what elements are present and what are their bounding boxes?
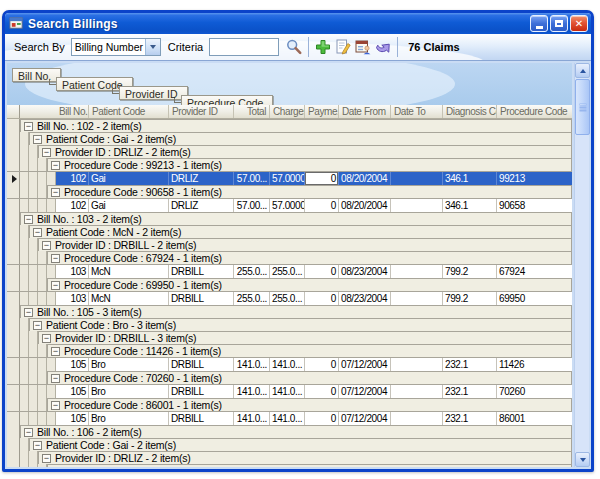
cell-total[interactable]: 57.00... — [234, 172, 270, 185]
group-box-provider-id-drliz-2-item-s[interactable]: −Provider ID : DRLIZ - 2 item(s) — [38, 451, 572, 464]
cell-charges[interactable]: 255.0... — [270, 265, 305, 278]
group-box-procedure-code-70260-1-item-s[interactable]: −Procedure Code : 70260 - 1 item(s) — [47, 371, 572, 384]
cell-date-to[interactable] — [391, 385, 443, 398]
group-box-procedure-code-67924-1-item-s[interactable]: −Procedure Code : 67924 - 1 item(s) — [47, 251, 572, 264]
data-row[interactable]: 102GaiDRLIZ57.00...57.0000008/20/2004346… — [7, 198, 572, 212]
group-row[interactable]: −Bill No. : 103 - 2 item(s) — [7, 212, 572, 225]
cell-payme[interactable]: 0 — [305, 358, 339, 371]
group-field-procedure-code[interactable]: Procedure Code — [181, 95, 273, 105]
group-box-bill-no-103-2-item-s[interactable]: −Bill No. : 103 - 2 item(s) — [20, 212, 572, 225]
collapse-icon[interactable]: − — [51, 254, 60, 263]
cell-bill-no[interactable]: 105 — [56, 412, 89, 425]
close-button[interactable]: ✕ — [570, 15, 588, 32]
cell-date-to[interactable] — [391, 172, 443, 185]
cell-diagnosis-code[interactable]: 799.2 — [443, 292, 497, 305]
column-header-patient-code[interactable]: Patient Code — [89, 105, 169, 118]
group-box-provider-id-drbill-2-item-s[interactable]: −Provider ID : DRBILL - 2 item(s) — [38, 238, 572, 251]
cell-provider-id[interactable]: DRBILL — [169, 265, 234, 278]
cell-diagnosis-code[interactable]: 346.1 — [443, 199, 497, 212]
collapse-icon[interactable]: − — [51, 347, 60, 356]
collapse-icon[interactable]: − — [42, 454, 51, 463]
group-row[interactable]: −Provider ID : DRLIZ - 2 item(s) — [7, 145, 572, 158]
cell-patient-code[interactable]: Gai — [89, 199, 169, 212]
cell-procedure-code[interactable]: 70260 — [497, 385, 572, 398]
cell-payme[interactable]: 0 — [305, 292, 339, 305]
cell-date-from[interactable]: 08/20/2004 — [339, 199, 391, 212]
cell-date-from[interactable]: 08/23/2004 — [339, 292, 391, 305]
patient-report-button[interactable] — [353, 37, 373, 57]
column-header-date-to[interactable]: Date To — [391, 105, 443, 118]
group-box-blank[interactable]: − — [47, 464, 572, 467]
group-row[interactable]: −Procedure Code : 67924 - 1 item(s) — [7, 251, 572, 264]
column-header-provider-id[interactable]: Provider ID — [169, 105, 234, 118]
cell-patient-code[interactable]: Bro — [89, 358, 169, 371]
collapse-icon[interactable]: − — [51, 188, 60, 197]
cell-charges[interactable]: 141.0... — [270, 412, 305, 425]
cell-diagnosis-code[interactable]: 346.1 — [443, 172, 497, 185]
data-row[interactable]: 105BroDRBILL141.0...141.0...007/12/20042… — [7, 384, 572, 398]
cell-provider-id[interactable]: DRBILL — [169, 412, 234, 425]
column-header-total[interactable]: Total — [234, 105, 270, 118]
cell-date-to[interactable] — [391, 292, 443, 305]
minimize-button[interactable] — [530, 15, 548, 32]
group-box-procedure-code-69950-1-item-s[interactable]: −Procedure Code : 69950 - 1 item(s) — [47, 278, 572, 291]
group-box-bill-no-102-2-item-s[interactable]: −Bill No. : 102 - 2 item(s) — [20, 119, 572, 132]
collapse-icon[interactable]: − — [51, 374, 60, 383]
cell-bill-no[interactable]: 105 — [56, 358, 89, 371]
cell-date-from[interactable]: 07/12/2004 — [339, 358, 391, 371]
cell-date-to[interactable] — [391, 265, 443, 278]
cell-provider-id[interactable]: DRBILL — [169, 292, 234, 305]
cell-bill-no[interactable]: 103 — [56, 265, 89, 278]
group-row[interactable]: −Bill No. : 106 - 2 item(s) — [7, 425, 572, 438]
cell-diagnosis-code[interactable]: 799.2 — [443, 265, 497, 278]
column-header-date-from[interactable]: Date From — [339, 105, 391, 118]
cell-procedure-code[interactable]: 67924 — [497, 265, 572, 278]
group-row[interactable]: −Procedure Code : 99213 - 1 item(s) — [7, 158, 572, 171]
column-header-payme[interactable]: Payme... — [305, 105, 339, 118]
group-row[interactable]: −Procedure Code : 11426 - 1 item(s) — [7, 344, 572, 357]
titlebar[interactable]: Search Billings ✕ — [5, 13, 591, 34]
group-box-patient-code-bro-3-item-s[interactable]: −Patient Code : Bro - 3 item(s) — [29, 318, 572, 331]
cell-charges[interactable]: 141.0... — [270, 358, 305, 371]
criteria-input[interactable] — [209, 38, 279, 56]
collapse-icon[interactable]: − — [51, 161, 60, 170]
group-box-procedure-code-11426-1-item-s[interactable]: −Procedure Code : 11426 - 1 item(s) — [47, 344, 572, 357]
group-row[interactable]: −Patient Code : Gai - 2 item(s) — [7, 132, 572, 145]
cell-procedure-code[interactable]: 69950 — [497, 292, 572, 305]
cell-patient-code[interactable]: McN — [89, 265, 169, 278]
group-box-provider-id-drbill-3-item-s[interactable]: −Provider ID : DRBILL - 3 item(s) — [38, 331, 572, 344]
search-by-dropdown-button[interactable] — [145, 39, 160, 55]
group-row[interactable]: −Procedure Code : 70260 - 1 item(s) — [7, 371, 572, 384]
cell-charges[interactable]: 57.0000 — [270, 199, 305, 212]
cell-procedure-code[interactable]: 86001 — [497, 412, 572, 425]
cell-charges[interactable]: 141.0... — [270, 385, 305, 398]
cell-bill-no[interactable]: 102 — [56, 199, 89, 212]
data-row[interactable]: 105BroDRBILL141.0...141.0...007/12/20042… — [7, 357, 572, 371]
vertical-scrollbar[interactable] — [574, 63, 589, 467]
group-box-procedure-code-99213-1-item-s[interactable]: −Procedure Code : 99213 - 1 item(s) — [47, 158, 572, 171]
collapse-icon[interactable]: − — [33, 135, 42, 144]
collapse-icon[interactable]: − — [33, 321, 42, 330]
cell-provider-id[interactable]: DRLIZ — [169, 199, 234, 212]
collapse-icon[interactable]: − — [42, 334, 51, 343]
collapse-icon[interactable]: − — [33, 228, 42, 237]
cell-charges[interactable]: 255.0... — [270, 292, 305, 305]
cell-total[interactable]: 141.0... — [234, 358, 270, 371]
group-row[interactable]: −Patient Code : McN - 2 item(s) — [7, 225, 572, 238]
group-box-procedure-code-90658-1-item-s[interactable]: −Procedure Code : 90658 - 1 item(s) — [47, 185, 572, 198]
data-row[interactable]: 103McNDRBILL255.0...255.0...008/23/20047… — [7, 291, 572, 305]
cell-date-to[interactable] — [391, 358, 443, 371]
cell-date-from[interactable]: 08/20/2004 — [339, 172, 391, 185]
cell-patient-code[interactable]: Bro — [89, 412, 169, 425]
group-row[interactable]: −Provider ID : DRBILL - 3 item(s) — [7, 331, 572, 344]
data-row[interactable]: 103McNDRBILL255.0...255.0...008/23/20047… — [7, 264, 572, 278]
cell-total[interactable]: 255.0... — [234, 265, 270, 278]
cell-date-from[interactable]: 08/23/2004 — [339, 265, 391, 278]
collapse-icon[interactable]: − — [42, 148, 51, 157]
group-box-provider-id-drliz-2-item-s[interactable]: −Provider ID : DRLIZ - 2 item(s) — [38, 145, 572, 158]
collapse-icon[interactable]: − — [24, 122, 33, 131]
scrollbar-thumb[interactable] — [575, 79, 590, 135]
payment-editor[interactable]: 0 — [305, 172, 339, 185]
group-row[interactable]: −Procedure Code : 90658 - 1 item(s) — [7, 185, 572, 198]
edit-claim-button[interactable] — [333, 37, 353, 57]
